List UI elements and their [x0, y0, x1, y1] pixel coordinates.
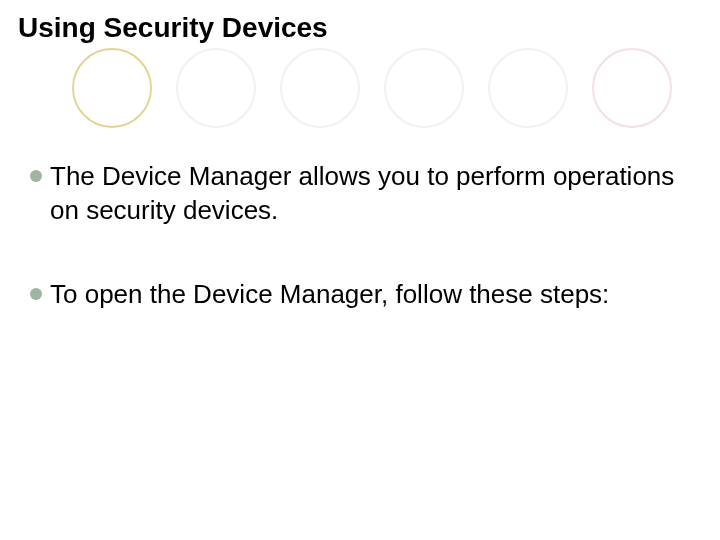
decorative-circle — [592, 48, 672, 128]
decorative-circle — [72, 48, 152, 128]
decorative-circle — [384, 48, 464, 128]
content-area: The Device Manager allows you to perform… — [30, 160, 700, 361]
bullet-text: To open the Device Manager, follow these… — [50, 278, 609, 312]
decorative-circle — [280, 48, 360, 128]
bullet-icon — [30, 170, 42, 182]
bullet-text: The Device Manager allows you to perform… — [50, 160, 700, 228]
decorative-circle — [488, 48, 568, 128]
decorative-circles — [72, 48, 672, 128]
page-title: Using Security Devices — [18, 12, 328, 44]
bullet-icon — [30, 288, 42, 300]
list-item: The Device Manager allows you to perform… — [30, 160, 700, 228]
list-item: To open the Device Manager, follow these… — [30, 278, 700, 312]
decorative-circle — [176, 48, 256, 128]
